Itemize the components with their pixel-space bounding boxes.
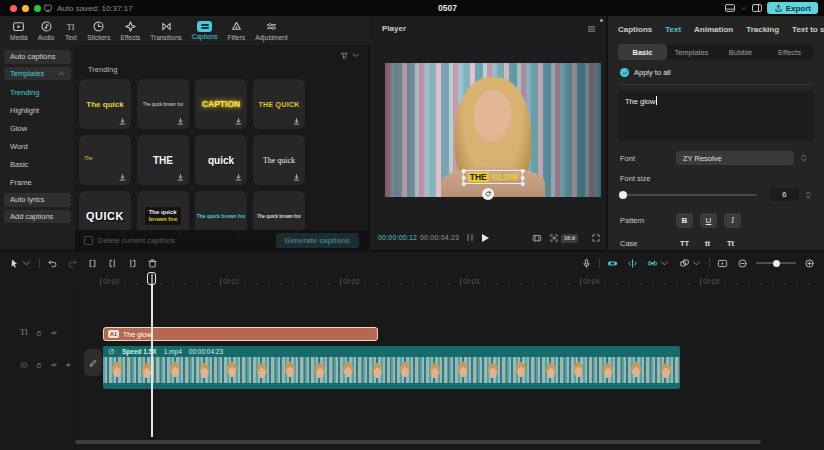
delete-button[interactable] — [147, 258, 158, 269]
magnetic-timeline-icon[interactable] — [607, 258, 618, 269]
play-button[interactable] — [482, 234, 489, 242]
stepper-icon[interactable] — [804, 189, 812, 201]
sidebar-item-auto-captions[interactable]: Auto captions — [4, 50, 71, 64]
bold-button[interactable]: B — [676, 213, 693, 228]
undo-button[interactable] — [47, 258, 58, 269]
toolbar-item-adjustment[interactable]: Adjustment — [250, 20, 293, 41]
caption-template-tile[interactable]: THE QUICK — [253, 79, 305, 129]
sidebar-item-frame[interactable]: Frame — [0, 173, 75, 191]
stepper-icon[interactable] — [799, 152, 808, 164]
video-clip[interactable]: Speed 1.5X 1.mp4 00:00:04:23 — [103, 346, 680, 389]
fit-preview-icon[interactable] — [549, 233, 559, 243]
font-size-slider-thumb[interactable] — [619, 191, 627, 199]
download-icon[interactable] — [118, 117, 127, 126]
delete-left-button[interactable] — [107, 258, 118, 269]
panel-layout-icon[interactable] — [751, 2, 763, 14]
caption-template-tile[interactable]: The — [79, 135, 131, 185]
lock-icon[interactable] — [35, 361, 43, 369]
chevron-down-icon[interactable] — [740, 5, 747, 12]
lowercase-button[interactable]: tt — [699, 237, 716, 250]
capitalize-button[interactable]: Tt — [722, 237, 739, 250]
toolbar-item-media[interactable]: Media — [5, 20, 33, 41]
split-button[interactable] — [87, 258, 98, 269]
sidebar-item-word[interactable]: Word — [0, 137, 75, 155]
sidebar-item-highlight[interactable]: Highlight — [0, 101, 75, 119]
lock-icon[interactable] — [35, 329, 43, 337]
auto-snap-icon[interactable] — [627, 258, 638, 269]
subtab-basic[interactable]: Basic — [618, 44, 667, 60]
toolbar-item-filters[interactable]: Filters — [222, 20, 250, 41]
caption-overlay-selected[interactable]: THEGLOW — [463, 170, 523, 184]
select-tool-button[interactable] — [9, 258, 20, 269]
rotate-handle[interactable] — [482, 188, 494, 200]
caption-text-input[interactable]: The glow — [618, 91, 814, 141]
delete-right-button[interactable] — [127, 258, 138, 269]
download-icon[interactable] — [234, 173, 243, 182]
edit-clip-button[interactable] — [84, 349, 102, 376]
selection-handle[interactable] — [521, 176, 525, 180]
zoom-in-icon[interactable] — [804, 258, 815, 269]
timeline-zoom-slider[interactable] — [756, 262, 796, 264]
sidebar-item-glow[interactable]: Glow — [0, 119, 75, 137]
chevron-down-icon[interactable] — [21, 258, 32, 269]
caption-template-tile[interactable]: CAPTION — [195, 79, 247, 129]
template-filter-button[interactable] — [340, 51, 360, 60]
speaker-icon[interactable] — [65, 361, 73, 369]
sidebar-item-basic[interactable]: Basic — [0, 155, 75, 173]
sidebar-item-templates[interactable]: Templates — [4, 67, 71, 81]
selection-handle[interactable] — [461, 182, 465, 186]
eye-icon[interactable] — [50, 329, 58, 337]
chevron-down-icon[interactable] — [659, 258, 670, 269]
download-icon[interactable] — [234, 117, 243, 126]
underline-button[interactable]: U — [700, 213, 717, 228]
italic-button[interactable]: I — [724, 213, 741, 228]
playhead-handle[interactable] — [147, 272, 156, 285]
zoom-out-icon[interactable] — [737, 258, 748, 269]
toolbar-item-effects[interactable]: Effects — [115, 20, 145, 41]
export-frame-icon[interactable] — [532, 233, 542, 243]
toolbar-item-captions[interactable]: Captions — [187, 21, 223, 40]
subtab-bubble[interactable]: Bubble — [716, 44, 765, 60]
eye-icon[interactable] — [50, 361, 58, 369]
selection-handle[interactable] — [461, 169, 465, 173]
close-window-button[interactable] — [10, 5, 17, 12]
player-menu-icon[interactable] — [586, 24, 597, 34]
caption-template-tile[interactable]: The quick — [79, 79, 131, 129]
subtab-effects[interactable]: Effects — [765, 44, 814, 60]
selection-handle[interactable] — [521, 182, 525, 186]
font-size-value[interactable]: 6 — [770, 188, 798, 201]
tab-tracking[interactable]: Tracking — [746, 25, 779, 34]
toolbar-item-stickers[interactable]: Stickers — [82, 20, 115, 41]
tab-text-to-s[interactable]: Text to s — [792, 25, 824, 34]
download-icon[interactable] — [292, 117, 301, 126]
caption-template-tile[interactable]: quick — [195, 135, 247, 185]
redo-button[interactable] — [67, 258, 78, 269]
toolbar-item-audio[interactable]: Audio — [33, 20, 60, 41]
toolbar-item-text[interactable]: TIText — [59, 20, 82, 41]
tab-animation[interactable]: Animation — [694, 25, 733, 34]
tab-captions[interactable]: Captions — [618, 25, 652, 34]
sidebar-item-trending[interactable]: Trending — [0, 83, 75, 101]
export-button[interactable]: Export — [767, 2, 818, 14]
download-icon[interactable] — [176, 173, 185, 182]
sidebar-item-add-captions[interactable]: Add captions — [4, 210, 71, 224]
fullscreen-icon[interactable] — [591, 233, 601, 243]
link-clips-icon[interactable] — [647, 258, 658, 269]
record-voiceover-icon[interactable] — [581, 258, 592, 269]
tab-text[interactable]: Text — [665, 25, 681, 34]
pause-icon[interactable] — [467, 234, 473, 241]
timeline-ruler[interactable]: 00:0000:0100:0200:0300:0400:05 — [0, 274, 824, 290]
preview-axis-icon[interactable] — [679, 258, 690, 269]
player-layout-icon[interactable] — [724, 2, 736, 14]
caption-template-tile[interactable]: The quick brown fox — [137, 79, 189, 129]
chevron-down-icon[interactable] — [691, 258, 702, 269]
caption-template-tile[interactable]: The quick — [253, 135, 305, 185]
font-size-slider[interactable] — [620, 194, 757, 196]
maximize-window-button[interactable] — [34, 5, 41, 12]
download-icon[interactable] — [292, 173, 301, 182]
video-preview[interactable]: THEGLOW — [385, 63, 601, 197]
minimize-window-button[interactable] — [22, 5, 29, 12]
apply-to-all-checkbox[interactable] — [620, 68, 629, 77]
delete-captions-checkbox[interactable] — [84, 236, 93, 245]
font-select[interactable]: ZY Resolve — [676, 151, 794, 165]
